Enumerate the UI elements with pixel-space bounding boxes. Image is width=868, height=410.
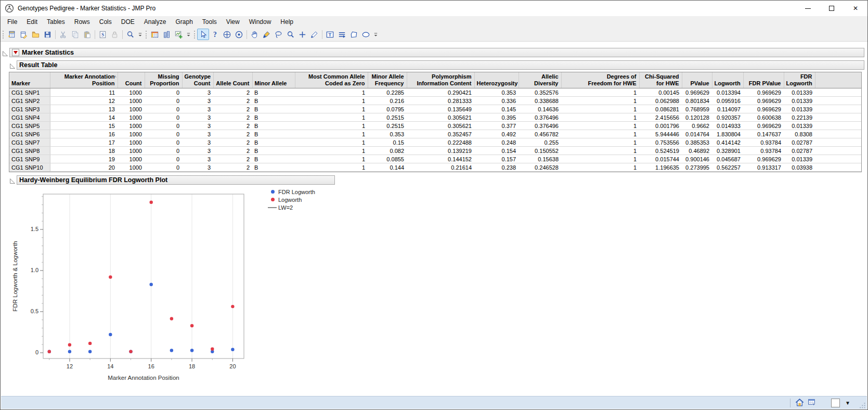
table-row[interactable]: CG1 SNP9191000032B10.08550.1441520.1570.… bbox=[9, 155, 861, 163]
data-point-logworth[interactable] bbox=[231, 305, 234, 308]
table-row[interactable]: CG1 SNP1111000032B10.22850.2904210.3530.… bbox=[9, 88, 861, 97]
legend-item-fdr-logworth[interactable]: FDR Logworth bbox=[268, 188, 315, 196]
pencil-tool-icon[interactable] bbox=[308, 29, 320, 40]
column-header-most-common-allele-coded-as-zero[interactable]: Most Common AlleleCoded as Zero bbox=[295, 72, 368, 88]
statusbar-dropdown-icon[interactable]: ▼ bbox=[845, 400, 850, 406]
data-point-logworth[interactable] bbox=[109, 275, 112, 278]
target-tool-icon[interactable] bbox=[233, 29, 245, 40]
menu-item-doe[interactable]: DOE bbox=[116, 17, 139, 27]
table-row[interactable]: CG1 SNP2121000032B10.2160.2813330.3360.3… bbox=[9, 97, 861, 105]
brush-tool-icon[interactable] bbox=[261, 29, 273, 40]
column-header-chi-squared-for-hwe[interactable]: Chi-Squaredfor HWE bbox=[639, 72, 682, 88]
lock-icon[interactable] bbox=[109, 29, 121, 40]
column-header-minor-allele-frequency[interactable]: Minor AlleleFrequency bbox=[368, 72, 407, 88]
hwe-scatter-chart[interactable]: 00.51.01.51214161820FDR Logworth & Logwo… bbox=[9, 187, 258, 389]
paste-icon[interactable] bbox=[81, 29, 93, 40]
menu-item-tools[interactable]: Tools bbox=[198, 17, 222, 27]
data-point-fdr-logworth[interactable] bbox=[109, 333, 112, 336]
legend-item-logworth[interactable]: Logworth bbox=[268, 196, 315, 203]
menu-item-window[interactable]: Window bbox=[244, 17, 276, 27]
grabber-tool-icon[interactable] bbox=[249, 29, 261, 40]
disclosure-triangle-icon[interactable] bbox=[9, 177, 16, 183]
toolbar-grip[interactable] bbox=[146, 31, 147, 39]
data-point-fdr-logworth[interactable] bbox=[170, 349, 173, 352]
red-triangle-menu-button[interactable] bbox=[12, 49, 19, 56]
disclosure-triangle-icon[interactable] bbox=[2, 49, 8, 56]
table-row[interactable]: CG1 SNP4141000032B10.25150.3056210.3950.… bbox=[9, 113, 861, 122]
column-header-degrees-of-freedom-for-hwe[interactable]: Degrees ofFreedom for HWE bbox=[561, 72, 639, 88]
journal-icon[interactable]: S bbox=[97, 29, 109, 40]
data-point-fdr-logworth[interactable] bbox=[88, 350, 92, 353]
data-point-logworth[interactable] bbox=[68, 343, 71, 347]
arrow-tool-icon[interactable] bbox=[197, 29, 209, 40]
magnifier-tool-icon[interactable] bbox=[284, 29, 296, 40]
data-point-logworth[interactable] bbox=[150, 201, 153, 204]
arrow-line-tool-icon[interactable] bbox=[336, 29, 348, 40]
data-point-logworth[interactable] bbox=[48, 350, 51, 353]
toolbar-grip[interactable] bbox=[194, 31, 195, 39]
column-header-pvalue[interactable]: PValue bbox=[682, 72, 712, 88]
menu-item-edit[interactable]: Edit bbox=[22, 17, 42, 27]
toolbar-overflow-icon[interactable] bbox=[186, 30, 191, 39]
column-header-genotype-count[interactable]: GenotypeCount bbox=[182, 72, 213, 88]
data-point-logworth[interactable] bbox=[211, 348, 214, 351]
menu-item-tables[interactable]: Tables bbox=[42, 17, 70, 27]
column-header-marker-annotation-position[interactable]: Marker AnnotationPosition^ bbox=[50, 72, 118, 88]
toolbar-overflow-icon[interactable] bbox=[373, 30, 379, 39]
cut-icon[interactable] bbox=[57, 29, 69, 40]
column-header-count[interactable]: Count bbox=[118, 72, 145, 88]
table-row[interactable]: CG1 SNP5151000032B10.25150.3056210.3770.… bbox=[9, 122, 861, 130]
menu-item-help[interactable]: Help bbox=[276, 17, 298, 27]
open-file-icon[interactable] bbox=[30, 29, 42, 40]
window-manager-icon[interactable] bbox=[807, 398, 818, 408]
open-database-icon[interactable] bbox=[18, 29, 30, 40]
column-header-polymorphism-information-content[interactable]: PolymorphismInformation Content bbox=[407, 72, 474, 88]
zoom-icon[interactable] bbox=[124, 29, 136, 40]
home-icon[interactable] bbox=[795, 398, 805, 408]
help-tool-icon[interactable]: ? bbox=[209, 29, 221, 40]
table-row[interactable]: CG1 SNP3131000032B10.07950.1356490.1450.… bbox=[9, 105, 861, 113]
copy-icon[interactable] bbox=[69, 29, 81, 40]
resize-grip[interactable] bbox=[859, 402, 866, 409]
plus-tool-icon[interactable] bbox=[296, 29, 308, 40]
menu-item-file[interactable]: File bbox=[3, 17, 22, 27]
column-header-minor-allele[interactable]: Minor Allele bbox=[252, 72, 295, 88]
lasso-tool-icon[interactable] bbox=[273, 29, 284, 40]
annotate-tool-icon[interactable]: T bbox=[324, 29, 336, 40]
menu-item-rows[interactable]: Rows bbox=[70, 17, 95, 27]
statusbar-checkbox[interactable] bbox=[831, 399, 840, 407]
data-point-fdr-logworth[interactable] bbox=[231, 348, 234, 351]
toolbar-grip[interactable] bbox=[3, 31, 4, 39]
column-info-icon[interactable] bbox=[161, 29, 173, 40]
close-button[interactable]: ✕ bbox=[844, 1, 867, 16]
minimize-button[interactable] bbox=[796, 1, 820, 16]
column-header-heterozygosity[interactable]: Heterozygosity bbox=[474, 72, 519, 88]
column-header-fdr-logworth[interactable]: FDRLogworth bbox=[784, 72, 815, 88]
oval-tool-icon[interactable] bbox=[360, 29, 372, 40]
menu-item-graph[interactable]: Graph bbox=[171, 17, 197, 27]
data-table-icon[interactable] bbox=[149, 29, 161, 40]
menu-item-view[interactable]: View bbox=[222, 17, 244, 27]
column-header-missing-proportion[interactable]: MissingProportion bbox=[145, 72, 182, 88]
legend-item-lw=2[interactable]: LW=2 bbox=[268, 203, 315, 211]
table-row[interactable]: CG1 SNP7171000032B10.150.2224880.2480.25… bbox=[9, 138, 861, 147]
maximize-button[interactable] bbox=[820, 1, 844, 16]
polygon-tool-icon[interactable] bbox=[348, 29, 360, 40]
crosshair-tool-icon[interactable] bbox=[221, 29, 233, 40]
data-point-logworth[interactable] bbox=[88, 342, 92, 345]
new-graph-icon[interactable] bbox=[173, 29, 185, 40]
menu-item-analyze[interactable]: Analyze bbox=[139, 17, 171, 27]
disclosure-triangle-icon[interactable] bbox=[9, 62, 16, 68]
data-point-logworth[interactable] bbox=[129, 350, 132, 353]
new-data-table-icon[interactable] bbox=[6, 29, 18, 40]
table-row[interactable]: CG1 SNP10201000032B10.1440.216140.2380.2… bbox=[9, 163, 861, 172]
table-row[interactable]: CG1 SNP8181000032B10.0820.1392190.1540.1… bbox=[9, 147, 861, 155]
data-point-fdr-logworth[interactable] bbox=[190, 349, 193, 352]
data-point-logworth[interactable] bbox=[190, 324, 193, 327]
column-header-allele-count[interactable]: Allele Count bbox=[213, 72, 252, 88]
toolbar-overflow-icon[interactable] bbox=[137, 30, 143, 39]
column-header-marker[interactable]: Marker bbox=[9, 72, 50, 88]
data-point-fdr-logworth[interactable] bbox=[150, 283, 153, 286]
menu-item-cols[interactable]: Cols bbox=[95, 17, 116, 27]
save-icon[interactable] bbox=[42, 29, 54, 40]
